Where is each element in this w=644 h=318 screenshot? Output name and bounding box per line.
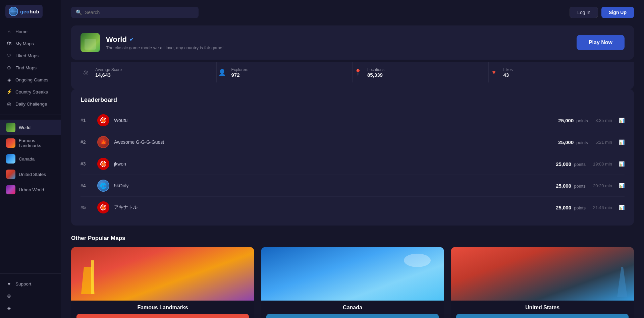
lb-time: 20:20 min — [593, 183, 612, 188]
chart-icon: 📊 — [619, 118, 625, 123]
sidebar-item-liked-maps[interactable]: ♡ Liked Maps — [0, 50, 61, 62]
avatar: 🍁 — [97, 158, 109, 170]
table-row: #2 🍁 Awesome G-G-G-Guest 25,000 points 5… — [80, 131, 625, 153]
lb-name: Woutu — [114, 118, 553, 123]
logo-globe-icon — [9, 7, 18, 16]
popular-maps-section: Other Popular Maps Famous Landmarks Play… — [71, 235, 634, 318]
lb-rank: #4 — [80, 183, 93, 188]
popular-map-card-canada[interactable]: Canada Play — [261, 247, 444, 318]
popular-map-card-landmarks[interactable]: Famous Landmarks Play — [71, 247, 254, 318]
discord-icon: ◈ — [6, 305, 12, 311]
person-icon: 👤 — [217, 67, 227, 78]
lb-name: アキナトル — [114, 204, 551, 210]
sidebar-item-canada[interactable]: Canada — [0, 151, 61, 167]
lightning-icon: ⚡ — [6, 89, 12, 95]
stat-label: Explorers — [231, 67, 249, 72]
us-thumb — [6, 170, 15, 179]
sidebar-item-world[interactable]: World — [0, 120, 61, 135]
heart-support-icon: ♥ — [6, 281, 12, 287]
sidebar-item-label: United States — [19, 172, 46, 177]
play-button-landmarks[interactable]: Play — [76, 314, 249, 318]
map-header-left: World ✔ The classic game mode we all lov… — [80, 33, 223, 52]
sidebar-item-ongoing-games[interactable]: ◈ Ongoing Games — [0, 74, 61, 86]
map-header-card: World ✔ The classic game mode we all lov… — [71, 25, 634, 60]
sidebar-item-label: World — [19, 125, 31, 130]
verified-badge-icon: ✔ — [129, 36, 134, 43]
support-button[interactable]: ♥ Support — [0, 278, 61, 290]
map-thumbnail — [80, 33, 100, 52]
sidebar-item-daily-challenge[interactable]: ◎ Daily Challenge — [0, 98, 61, 110]
sidebar-item-home[interactable]: ⌂ Home — [0, 25, 61, 38]
play-button-canada[interactable]: Play — [266, 314, 439, 318]
nav-section-main: ⌂ Home 🗺 My Maps ♡ Liked Maps ⊕ Find Map… — [0, 23, 61, 113]
popular-map-card-us[interactable]: United States Play — [451, 247, 634, 318]
scale-icon: ⚖ — [80, 67, 91, 78]
stat-content: Likes 43 — [503, 67, 513, 78]
play-button-us[interactable]: Play — [456, 314, 629, 318]
login-button[interactable]: Log In — [570, 7, 598, 18]
sidebar-item-urban-world[interactable]: Urban World — [0, 182, 61, 197]
urban-thumb — [6, 185, 15, 194]
avatar: 🌐 — [97, 180, 109, 192]
stat-value: 14,643 — [95, 72, 122, 78]
lb-points: 25,000 points — [558, 118, 588, 123]
lb-name: Awesome G-G-G-Guest — [114, 139, 553, 145]
table-row: #1 🍁 Woutu 25,000 points 3:35 min 📊 — [80, 110, 625, 131]
main-content: 🔍 Log In Sign Up World ✔ The classic gam… — [61, 0, 644, 318]
stat-value: 85,339 — [367, 72, 384, 78]
flag-icon: 🍁 — [100, 138, 107, 146]
lb-time: 19:08 min — [593, 162, 612, 167]
map-card-name: Famous Landmarks — [76, 305, 249, 311]
chart-icon: 📊 — [619, 205, 625, 210]
map-card-decoration — [71, 247, 254, 301]
sidebar-item-famous-landmarks[interactable]: Famous Landmarks — [0, 135, 61, 151]
leaderboard-title: Leaderboard — [80, 97, 625, 104]
sidebar-item-my-maps[interactable]: 🗺 My Maps — [0, 38, 61, 50]
stat-label: Likes — [503, 67, 513, 72]
sidebar-item-label: Canada — [19, 156, 35, 162]
avatar: 🍁 — [97, 201, 109, 213]
search-icon: 🔍 — [76, 9, 82, 15]
stat-locations: 📍 Locations 85,339 — [353, 62, 489, 82]
sidebar-item-united-states[interactable]: United States — [0, 167, 61, 182]
stat-label: Average Score — [95, 67, 122, 72]
sidebar: geohub ⌂ Home 🗺 My Maps ♡ Liked Maps ⊕ F… — [0, 0, 61, 318]
flag-icon: 🍁 — [100, 204, 107, 211]
map-icon: 🗺 — [6, 41, 12, 47]
avatar: 🍁 — [97, 114, 109, 126]
lb-points: 25,000 points — [556, 183, 586, 189]
sidebar-bottom: ♥ Support ⊛ ◈ — [0, 273, 61, 318]
auth-buttons: Log In Sign Up — [570, 7, 634, 18]
discord-link[interactable]: ◈ — [0, 302, 61, 314]
map-subtitle: The classic game mode we all love, any c… — [106, 45, 223, 50]
search-input[interactable] — [85, 10, 194, 15]
sidebar-item-label: Daily Challenge — [15, 102, 47, 107]
map-info: World ✔ The classic game mode we all lov… — [106, 35, 223, 50]
map-title: World — [106, 35, 127, 44]
sidebar-item-find-maps[interactable]: ⊕ Find Maps — [0, 62, 61, 74]
sidebar-divider — [0, 115, 61, 115]
leaderboard-card: Leaderboard #1 🍁 Woutu 25,000 points 3:3… — [71, 89, 634, 226]
popular-maps-title: Other Popular Maps — [71, 235, 634, 242]
logo[interactable]: geohub — [5, 5, 43, 18]
sidebar-item-label: Find Maps — [15, 65, 37, 70]
github-link[interactable]: ⊛ — [0, 290, 61, 302]
home-icon: ⌂ — [6, 28, 12, 35]
target-icon: ◎ — [6, 101, 12, 107]
lb-time: 5:21 min — [595, 140, 612, 145]
map-card-label: Famous Landmarks Play — [71, 301, 254, 318]
signup-button[interactable]: Sign Up — [601, 7, 634, 18]
stat-value: 972 — [231, 72, 249, 78]
sidebar-item-country-streaks[interactable]: ⚡ Country Streaks — [0, 86, 61, 98]
lb-rank: #3 — [80, 161, 93, 167]
sidebar-item-label: Liked Maps — [15, 53, 39, 58]
search-box[interactable]: 🔍 — [71, 7, 199, 18]
popular-maps-grid: Famous Landmarks Play Canada Play — [71, 247, 634, 318]
chart-icon: 📊 — [619, 183, 625, 188]
map-card-decoration — [451, 247, 634, 301]
stat-content: Average Score 14,643 — [95, 67, 122, 78]
stat-explorers: 👤 Explorers 972 — [217, 62, 353, 82]
flag-icon: 🍁 — [100, 160, 107, 168]
map-title-row: World ✔ — [106, 35, 223, 44]
play-now-button[interactable]: Play Now — [577, 35, 625, 50]
